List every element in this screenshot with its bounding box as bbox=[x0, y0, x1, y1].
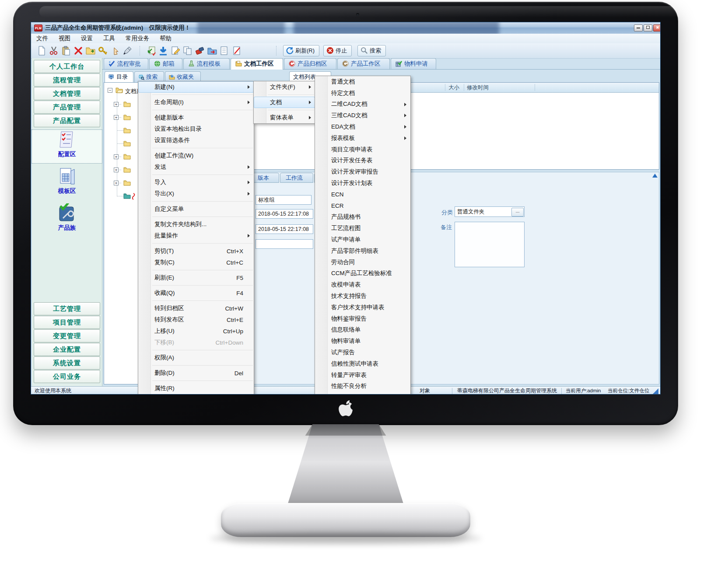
tree-expand-toggle[interactable]: + bbox=[114, 115, 119, 120]
sidebar-item-product-config[interactable]: 产品配置 bbox=[34, 114, 100, 127]
menu-item-doctype[interactable]: CCM产品工艺检验标准 bbox=[315, 268, 410, 279]
modified-time-input[interactable]: 2018-05-15 22:17:08 bbox=[256, 224, 313, 234]
tree-expand-toggle[interactable]: + bbox=[114, 102, 119, 107]
menu-item-doctype[interactable]: 信赖性测试申请表 bbox=[315, 358, 410, 370]
new-document-icon[interactable] bbox=[36, 45, 47, 56]
menu-tools[interactable]: 工具 bbox=[98, 34, 120, 43]
sidebar-item-system-settings[interactable]: 系统设置 bbox=[34, 356, 100, 370]
shortcut-product-family[interactable]: 产品族 bbox=[32, 203, 102, 237]
delete-icon[interactable] bbox=[73, 45, 84, 56]
menu-item-doctype[interactable]: 产品零部件明细表 bbox=[315, 245, 410, 257]
menu-settings[interactable]: 设置 bbox=[76, 34, 98, 43]
menu-view[interactable]: 视图 bbox=[53, 34, 76, 43]
menu-item-doctype[interactable]: 报表模板 bbox=[315, 133, 410, 144]
edit-document-icon[interactable] bbox=[170, 45, 181, 56]
undo-checkout-icon[interactable] bbox=[195, 45, 205, 56]
menu-item-import[interactable]: 导入 bbox=[138, 177, 254, 188]
menu-item-doctype-clipped[interactable]: 图纸会审记录 bbox=[315, 392, 410, 394]
sidebar-item-project-mgmt[interactable]: 项目管理 bbox=[34, 316, 100, 329]
menu-item-doctype[interactable]: ECR bbox=[315, 200, 410, 212]
copy-document-icon[interactable] bbox=[182, 45, 193, 56]
menu-item-doctype[interactable]: 设计开发计划表 bbox=[315, 178, 410, 189]
tab-directory[interactable]: 目录 bbox=[105, 71, 133, 82]
sidebar-item-enterprise-config[interactable]: 企业配置 bbox=[34, 343, 100, 356]
column-modified-time[interactable]: 修改时间 bbox=[467, 83, 489, 92]
menu-item-move-up[interactable]: 上移(U)Ctrl+Up bbox=[138, 325, 254, 337]
standard-group-input[interactable]: 标准组 bbox=[256, 195, 312, 205]
tree-expand-toggle[interactable]: + bbox=[114, 168, 119, 172]
menu-item-new-form[interactable]: 窗体表单 bbox=[254, 112, 315, 123]
menu-item-new-folder[interactable]: 文件夹(F) bbox=[254, 81, 315, 93]
menu-item-send[interactable]: 发送 bbox=[138, 161, 254, 173]
sidebar-item-change-mgmt[interactable]: 变更管理 bbox=[34, 329, 100, 342]
menu-item-doctype[interactable]: 项目立项申请表 bbox=[315, 144, 410, 155]
menu-item-doctype[interactable]: 转量产评审表 bbox=[315, 370, 410, 381]
shortcut-template-area[interactable]: 模板区 bbox=[32, 167, 102, 200]
menu-item-custom-menu[interactable]: 自定义菜单 bbox=[138, 203, 254, 215]
menu-item-create-workflow[interactable]: 创建工作流(W) bbox=[138, 150, 254, 161]
menu-item-doctype[interactable]: 试产申请单 bbox=[315, 234, 410, 245]
menu-item-doctype[interactable]: ECN bbox=[315, 189, 410, 200]
menu-item-favorite[interactable]: 收藏(Q)F4 bbox=[138, 287, 254, 299]
tab-document-workspace[interactable]: 文档工作区 bbox=[231, 58, 283, 70]
menu-item-doctype[interactable]: 三维CAD文档 bbox=[315, 110, 410, 121]
column-size[interactable]: 大小 bbox=[448, 83, 459, 92]
menu-item-doctype[interactable]: 普通文档 bbox=[315, 76, 410, 87]
menu-item-properties[interactable]: 属性(R) bbox=[138, 383, 254, 394]
tab-product-archive[interactable]: 产品归档区 bbox=[284, 58, 336, 69]
refresh-button[interactable]: 刷新(R) bbox=[283, 45, 319, 56]
menu-item-goto-archive[interactable]: 转到归档区Ctrl+W bbox=[138, 303, 254, 314]
minimize-button[interactable] bbox=[634, 24, 643, 31]
menu-item-doctype[interactable]: EDA文档 bbox=[315, 121, 410, 133]
menu-item-doctype[interactable]: 物料审请单 bbox=[315, 335, 410, 347]
cancel-document-icon[interactable] bbox=[231, 45, 242, 56]
send-folder-icon[interactable] bbox=[207, 45, 217, 56]
tab-mailbox[interactable]: 邮箱 bbox=[149, 58, 182, 69]
tree-expand-toggle[interactable]: + bbox=[114, 154, 119, 159]
created-time-input[interactable]: 2018-05-15 22:17:08 bbox=[256, 209, 313, 219]
menu-item-doctype[interactable]: 劳动合同 bbox=[315, 257, 410, 268]
menu-item-doctype[interactable]: 性能不良分析 bbox=[315, 381, 410, 392]
menu-item-doctype[interactable]: 设计开发任务表 bbox=[315, 155, 410, 167]
menu-item-refresh[interactable]: 刷新(E)F5 bbox=[138, 272, 254, 283]
menu-item-batch-ops[interactable]: 批量操作 bbox=[138, 230, 254, 241]
tab-version[interactable]: 版本 bbox=[252, 173, 279, 183]
menu-item-permissions[interactable]: 权限(A) bbox=[138, 352, 254, 363]
sidebar-item-personal-workbench[interactable]: 个人工作台 bbox=[34, 60, 100, 73]
scroll-up-icon[interactable] bbox=[652, 174, 658, 178]
tab-process-approval[interactable]: 流程审批 bbox=[104, 58, 148, 69]
menu-item-doctype[interactable]: 试产报告 bbox=[315, 347, 410, 358]
tab-workflow[interactable]: 工作流 bbox=[280, 173, 313, 183]
category-browse-button[interactable]: ... bbox=[511, 208, 524, 216]
select-hand-icon[interactable] bbox=[110, 45, 120, 56]
document-list-icon[interactable] bbox=[219, 45, 230, 56]
stop-button[interactable]: 停止 bbox=[323, 45, 352, 56]
menu-help[interactable]: 帮助 bbox=[154, 34, 177, 43]
selected-folder-icon[interactable] bbox=[123, 193, 131, 199]
menu-item-copy[interactable]: 复制(C)Ctrl+C bbox=[138, 257, 254, 268]
menu-item-doctype[interactable]: 物料鉴审报告 bbox=[315, 313, 410, 325]
remark-textarea[interactable] bbox=[455, 222, 525, 267]
menu-item-cut[interactable]: 剪切(T)Ctrl+X bbox=[138, 245, 254, 257]
tab-product-workspace[interactable]: 产品工作区 bbox=[337, 58, 390, 69]
sidebar-item-product-mgmt[interactable]: 产品管理 bbox=[34, 101, 100, 114]
menu-item-doctype[interactable]: 信息联络单 bbox=[315, 325, 410, 336]
resize-grip[interactable] bbox=[653, 388, 658, 394]
menu-item-doctype[interactable]: 待定文档 bbox=[315, 87, 410, 99]
menu-item-doctype[interactable]: 产品规格书 bbox=[315, 212, 410, 223]
tab-process-template[interactable]: 流程模板 bbox=[183, 58, 230, 69]
menu-item-doctype[interactable]: 客户技术支持申请表 bbox=[315, 302, 410, 313]
permissions-key-icon[interactable] bbox=[98, 45, 108, 56]
menu-item-new-document[interactable]: 文档 bbox=[254, 97, 315, 108]
menu-item-set-filter[interactable]: 设置筛选条件 bbox=[138, 135, 254, 146]
menu-item-export[interactable]: 导出(X) bbox=[138, 188, 254, 199]
tree-collapse-toggle[interactable]: − bbox=[108, 88, 112, 93]
tab-material-request[interactable]: 物料申请 bbox=[391, 58, 436, 69]
search-button[interactable]: 搜索 bbox=[357, 45, 386, 56]
empty-field-input[interactable] bbox=[256, 239, 313, 249]
tree-expand-toggle[interactable]: + bbox=[114, 181, 119, 185]
menu-item-new[interactable]: 新建(N) bbox=[138, 81, 254, 93]
cut-icon[interactable] bbox=[49, 45, 59, 56]
maximize-button[interactable] bbox=[644, 24, 652, 31]
menu-item-copy-folder-structure[interactable]: 复制文件夹结构到... bbox=[138, 219, 254, 230]
